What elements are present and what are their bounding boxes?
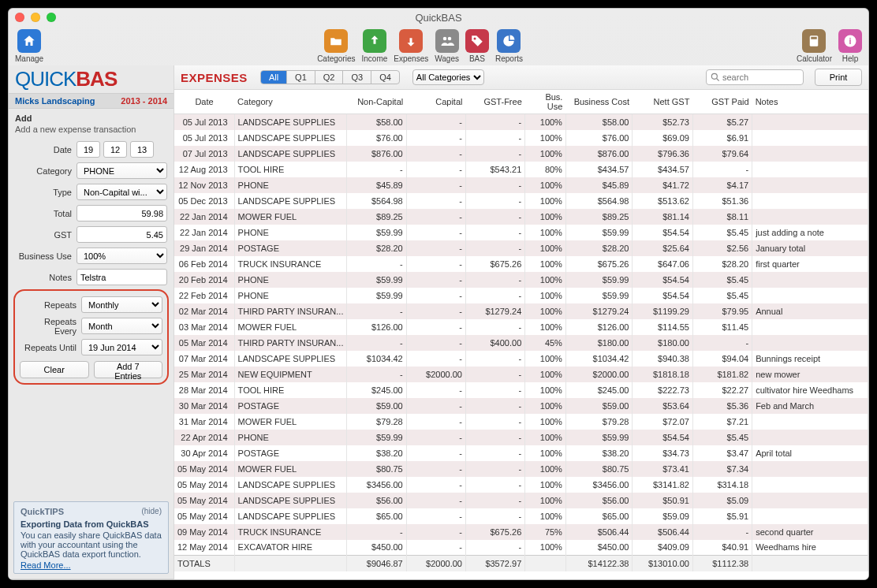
cell-nc: $876.00 <box>347 146 406 162</box>
income-button[interactable]: Income <box>361 29 387 63</box>
table-row[interactable]: 20 Feb 2014PHONE$59.99--100%$59.99$54.54… <box>174 272 868 288</box>
table-row[interactable]: 29 Jan 2014POSTAGE$28.20--100%$28.20$25.… <box>174 240 868 256</box>
table-row[interactable]: 02 Mar 2014THIRD PARTY INSURAN...--$1279… <box>174 303 868 319</box>
repeatsuntil-select[interactable]: 19 Jun 2014 <box>81 339 162 355</box>
table-row[interactable]: 12 Aug 2013TOOL HIRE--$543.2180%$434.57$… <box>174 162 868 177</box>
cell-cap: - <box>406 130 465 146</box>
column-header[interactable]: Category <box>234 90 347 114</box>
total-input[interactable] <box>77 205 167 221</box>
category-filter-select[interactable]: All Categories <box>412 69 484 85</box>
repeats-select[interactable]: Monthly <box>81 296 162 313</box>
search-input[interactable] <box>721 72 800 83</box>
filter-q3[interactable]: Q3 <box>342 71 371 84</box>
table-row[interactable]: 06 Feb 2014TRUCK INSURANCE--$675.26100%$… <box>174 256 868 272</box>
column-header[interactable]: Bus. Use <box>525 90 566 114</box>
date-year-input[interactable] <box>130 141 154 158</box>
filter-q4[interactable]: Q4 <box>371 71 399 84</box>
table-row[interactable]: 28 Mar 2014TOOL HIRE$245.00--100%$245.00… <box>174 382 868 398</box>
cell-gf: - <box>466 508 525 524</box>
print-button[interactable]: Print <box>815 69 862 86</box>
calculator-label: Calculator <box>797 54 832 63</box>
table-row[interactable]: 22 Jan 2014MOWER FUEL$89.25--100%$89.25$… <box>174 209 868 225</box>
add-entries-button[interactable]: Add 7 Entries <box>94 361 163 378</box>
bususe-select[interactable]: 100% <box>77 247 167 264</box>
table-row[interactable]: 22 Apr 2014PHONE$59.99--100%$59.99$54.54… <box>174 430 868 445</box>
table-row[interactable]: 05 May 2014LANDSCAPE SUPPLIES$56.00--100… <box>174 493 868 508</box>
filter-all[interactable]: All <box>261 71 286 84</box>
cell-nc: $79.28 <box>347 414 406 430</box>
zoom-icon[interactable] <box>47 13 56 22</box>
manage-button[interactable]: Manage <box>15 29 43 63</box>
cell-date: 22 Feb 2014 <box>174 288 234 303</box>
categories-button[interactable]: Categories <box>317 29 355 63</box>
table-row[interactable]: 22 Feb 2014PHONE$59.99--100%$59.99$54.54… <box>174 288 868 303</box>
tips-body: You can easily share QuickBAS data with … <box>21 529 162 560</box>
repeatsevery-select[interactable]: Month <box>81 318 162 334</box>
cell-gf: - <box>466 382 525 398</box>
cell-bc: $58.00 <box>565 114 633 130</box>
gst-input[interactable] <box>77 226 167 243</box>
filter-q2[interactable]: Q2 <box>315 71 343 84</box>
table-row[interactable]: 03 Mar 2014MOWER FUEL$126.00--100%$126.0… <box>174 319 868 335</box>
table-row[interactable]: 05 May 2014LANDSCAPE SUPPLIES$3456.00--1… <box>174 477 868 493</box>
type-select[interactable]: Non-Capital wi... <box>77 184 167 200</box>
table-row[interactable]: 07 Jul 2013LANDSCAPE SUPPLIES$876.00--10… <box>174 146 868 162</box>
cell-cap: - <box>406 414 465 430</box>
table-row[interactable]: 05 Jul 2013LANDSCAPE SUPPLIES$76.00--100… <box>174 130 868 146</box>
table-row[interactable]: 25 Mar 2014NEW EQUIPMENT-$2000.00-100%$2… <box>174 367 868 382</box>
cell-n <box>752 461 868 477</box>
column-header[interactable]: Non-Capital <box>347 90 406 114</box>
search-box[interactable] <box>706 69 804 85</box>
expenses-button[interactable]: Expenses <box>394 29 428 63</box>
cell-ng: $34.73 <box>633 445 692 461</box>
cell-date: 05 May 2014 <box>174 493 234 508</box>
date-day-input[interactable] <box>77 141 100 158</box>
table-row[interactable]: 09 May 2014TRUCK INSURANCE--$675.2675%$5… <box>174 524 868 540</box>
table-row[interactable]: 30 Mar 2014POSTAGE$59.00--100%$59.00$53.… <box>174 398 868 414</box>
help-button[interactable]: i Help <box>838 29 862 63</box>
cell-gp: $5.45 <box>692 225 752 240</box>
cell-nc: $59.99 <box>347 225 406 240</box>
column-header[interactable]: Business Cost <box>565 90 633 114</box>
column-header[interactable]: Date <box>174 90 234 114</box>
cell-cap: - <box>406 272 465 288</box>
calculator-button[interactable]: Calculator <box>797 29 832 63</box>
column-header[interactable]: GST Paid <box>692 90 752 114</box>
minimize-icon[interactable] <box>31 13 40 22</box>
table-scroll[interactable]: DateCategoryNon-CapitalCapitalGST-FreeBu… <box>174 90 868 579</box>
reports-button[interactable]: Reports <box>495 29 523 63</box>
cell-cat: PHONE <box>234 288 347 303</box>
date-month-input[interactable] <box>103 141 127 158</box>
repeatsuntil-label: Repeats Until <box>20 343 77 352</box>
notes-input[interactable] <box>77 269 167 285</box>
category-select[interactable]: PHONE <box>77 162 167 179</box>
table-row[interactable]: 30 Apr 2014POSTAGE$38.20--100%$38.20$34.… <box>174 445 868 461</box>
bas-button[interactable]: BAS <box>465 29 489 63</box>
column-header[interactable]: GST-Free <box>466 90 525 114</box>
table-row[interactable]: 12 May 2014EXCAVATOR HIRE$450.00--100%$4… <box>174 540 868 556</box>
close-icon[interactable] <box>15 13 24 22</box>
totals-cell <box>234 556 347 571</box>
table-row[interactable]: 05 Dec 2013LANDSCAPE SUPPLIES$564.98--10… <box>174 193 868 209</box>
cell-date: 05 Jul 2013 <box>174 130 234 146</box>
table-row[interactable]: 12 Nov 2013PHONE$45.89--100%$45.89$41.72… <box>174 177 868 193</box>
wages-button[interactable]: Wages <box>435 29 459 63</box>
tips-readmore-link[interactable]: Read More... <box>21 560 71 570</box>
column-header[interactable]: Capital <box>406 90 465 114</box>
cell-cat: LANDSCAPE SUPPLIES <box>234 351 347 367</box>
table-row[interactable]: 22 Jan 2014PHONE$59.99--100%$59.99$54.54… <box>174 225 868 240</box>
column-header[interactable]: Notes <box>752 90 868 114</box>
table-row[interactable]: 05 Mar 2014THIRD PARTY INSURAN...--$400.… <box>174 335 868 351</box>
table-row[interactable]: 05 Jul 2013LANDSCAPE SUPPLIES$58.00--100… <box>174 114 868 130</box>
column-header[interactable]: Nett GST <box>633 90 692 114</box>
cell-date: 05 Jul 2013 <box>174 114 234 130</box>
filter-q1[interactable]: Q1 <box>286 71 315 84</box>
table-row[interactable]: 05 May 2014LANDSCAPE SUPPLIES$65.00--100… <box>174 508 868 524</box>
clear-button[interactable]: Clear <box>20 361 89 378</box>
table-row[interactable]: 07 Mar 2014LANDSCAPE SUPPLIES$1034.42--1… <box>174 351 868 367</box>
tips-hide-link[interactable]: (hide) <box>141 507 162 516</box>
cell-bc: $56.00 <box>565 493 633 508</box>
cell-date: 12 May 2014 <box>174 540 234 556</box>
table-row[interactable]: 31 Mar 2014MOWER FUEL$79.28--100%$79.28$… <box>174 414 868 430</box>
table-row[interactable]: 05 May 2014MOWER FUEL$80.75--100%$80.75$… <box>174 461 868 477</box>
